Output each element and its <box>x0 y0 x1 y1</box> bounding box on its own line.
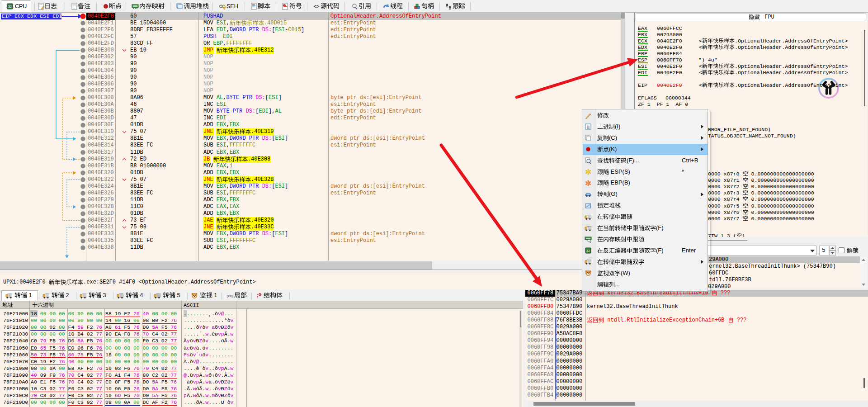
svg-text:10: 10 <box>587 127 590 130</box>
svg-text:32: 32 <box>586 249 590 252</box>
svg-text:[x=]: [x=] <box>226 294 232 298</box>
